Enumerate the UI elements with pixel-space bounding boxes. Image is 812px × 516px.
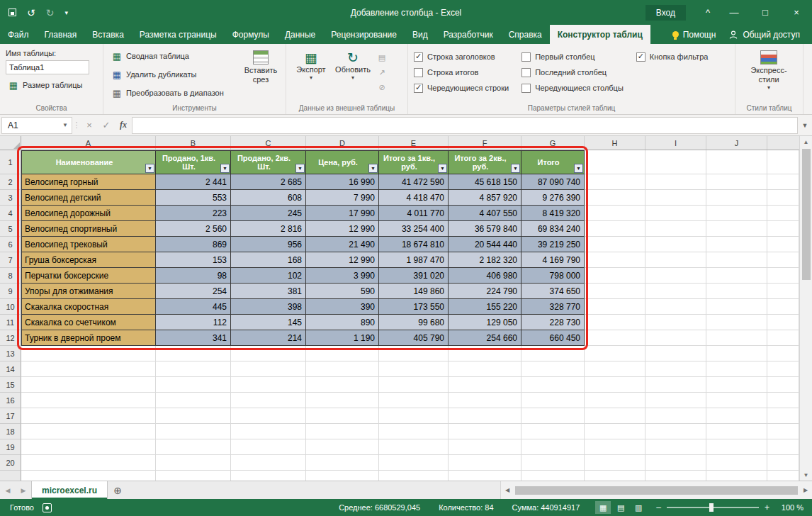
row-header-7[interactable]: 7 (0, 252, 21, 268)
cell-E1[interactable]: Итого за 1кв., руб.▼ (379, 150, 449, 174)
cell-F9[interactable]: 224 790 (449, 284, 521, 299)
cell-A18[interactable] (21, 424, 156, 439)
cell-I2[interactable] (645, 174, 706, 190)
checkbox-checked[interactable] (636, 52, 645, 62)
cell-C18[interactable] (231, 424, 306, 439)
row-header-18[interactable]: 18 (0, 424, 21, 439)
filter-dropdown-icon[interactable]: ▼ (368, 164, 378, 173)
column-header-D[interactable]: D (306, 136, 379, 150)
undo-icon[interactable]: ↺ (27, 8, 35, 18)
page-break-view-icon[interactable]: ▥ (631, 501, 646, 514)
cell-J4[interactable] (706, 206, 767, 221)
cell-G9[interactable]: 374 650 (521, 284, 585, 299)
external-properties-icon[interactable]: ▤ (376, 51, 388, 64)
row-header-3[interactable]: 3 (0, 190, 21, 206)
cell-D18[interactable] (306, 424, 379, 439)
cell-J15[interactable] (706, 377, 767, 393)
insert-slicer-button[interactable]: Вставить срез (240, 48, 281, 101)
cell-E8[interactable]: 391 020 (379, 268, 449, 284)
cell-E2[interactable]: 41 472 590 (379, 174, 449, 190)
ribbon-tab[interactable]: Файл (0, 25, 37, 44)
cell-C16[interactable] (231, 393, 306, 408)
cell-D4[interactable]: 17 990 (306, 206, 379, 221)
cell-G2[interactable]: 87 090 740 (521, 174, 585, 190)
cell-E12[interactable]: 405 790 (379, 330, 449, 346)
cell-I9[interactable] (645, 284, 706, 299)
cell-J7[interactable] (706, 252, 767, 268)
cell-B10[interactable]: 445 (156, 299, 231, 315)
cell-J3[interactable] (706, 190, 767, 206)
checkbox-unchecked[interactable] (521, 52, 531, 62)
row-header-6[interactable]: 6 (0, 237, 21, 252)
cell-J1[interactable] (706, 150, 767, 174)
cell-A13[interactable] (21, 346, 156, 361)
checkbox-checked[interactable] (414, 84, 423, 93)
cell-A7[interactable]: Груша боксерская (21, 252, 156, 268)
cell-C13[interactable] (231, 346, 306, 361)
cell-D13[interactable] (306, 346, 379, 361)
cell-D19[interactable] (306, 439, 379, 455)
row-header-1[interactable]: 1 (0, 150, 21, 174)
cell-D21[interactable] (306, 471, 379, 481)
filter-dropdown-icon[interactable]: ▼ (220, 164, 230, 173)
cell-G18[interactable] (521, 424, 585, 439)
cell-F5[interactable]: 36 579 840 (449, 221, 521, 237)
insert-function-icon[interactable]: fx (115, 120, 132, 130)
style-option-row[interactable]: Строка итогов (414, 67, 509, 78)
cell-A16[interactable] (21, 393, 156, 408)
cell-A21[interactable] (21, 471, 156, 481)
share-button[interactable]: Общий доступ (722, 28, 806, 42)
cell-D3[interactable]: 7 990 (306, 190, 379, 206)
scroll-right-icon[interactable]: ▶ (799, 487, 812, 493)
cell-H5[interactable] (585, 221, 645, 237)
cell-I1[interactable] (645, 150, 706, 174)
cell-E21[interactable] (379, 471, 449, 481)
checkbox-unchecked[interactable] (521, 68, 531, 77)
cell-J9[interactable] (706, 284, 767, 299)
row-header-14[interactable]: 14 (0, 361, 21, 377)
table-name-input[interactable] (6, 60, 89, 74)
cell-G13[interactable] (521, 346, 585, 361)
cell-G14[interactable] (521, 361, 585, 377)
cell-F16[interactable] (449, 393, 521, 408)
cell-H1[interactable] (585, 150, 645, 174)
style-option-row[interactable]: Первый столбец (521, 51, 624, 62)
column-header-I[interactable]: I (645, 136, 706, 150)
cell-F14[interactable] (449, 361, 521, 377)
ribbon-tab[interactable]: Данные (277, 25, 323, 44)
cell-B1[interactable]: Продано, 1кв. Шт.▼ (156, 150, 231, 174)
refresh-button[interactable]: ↻ Обновить ▾ (333, 48, 373, 94)
enter-icon[interactable]: ✓ (98, 120, 115, 130)
cell-A20[interactable] (21, 455, 156, 471)
cell-B19[interactable] (156, 439, 231, 455)
cell-C4[interactable]: 245 (231, 206, 306, 221)
cell-H2[interactable] (585, 174, 645, 190)
cell-D5[interactable]: 12 990 (306, 221, 379, 237)
cell-G4[interactable]: 8 419 320 (521, 206, 585, 221)
cell-C1[interactable]: Продано, 2кв. Шт.▼ (231, 150, 306, 174)
cell-E14[interactable] (379, 361, 449, 377)
redo-icon[interactable]: ↻ (46, 8, 55, 18)
cell-B5[interactable]: 2 560 (156, 221, 231, 237)
ribbon-tab[interactable]: Справка (501, 25, 550, 44)
cell-J16[interactable] (706, 393, 767, 408)
formula-bar-expand-icon[interactable]: ▼ (798, 122, 812, 129)
cell-F7[interactable]: 2 182 320 (449, 252, 521, 268)
cell-D17[interactable] (306, 408, 379, 424)
cell-B6[interactable]: 869 (156, 237, 231, 252)
cell-F20[interactable] (449, 455, 521, 471)
cell-A11[interactable]: Скакалка со счетчиком (21, 315, 156, 330)
cell-E15[interactable] (379, 377, 449, 393)
cell-A9[interactable]: Упоры для отжимания (21, 284, 156, 299)
cell-I13[interactable] (645, 346, 706, 361)
cell-F8[interactable]: 406 980 (449, 268, 521, 284)
cell-J13[interactable] (706, 346, 767, 361)
cell-G20[interactable] (521, 455, 585, 471)
zoom-percentage[interactable]: 100 % (775, 503, 803, 512)
quick-styles-button[interactable]: Экспресс-стили ▾ (741, 48, 796, 91)
cell-I21[interactable] (645, 471, 706, 481)
zoom-in-icon[interactable]: + (765, 503, 769, 512)
row-header-9[interactable]: 9 (0, 284, 21, 299)
cell-I3[interactable] (645, 190, 706, 206)
vertical-scrollbar[interactable]: ▲ ▼ (799, 136, 812, 481)
